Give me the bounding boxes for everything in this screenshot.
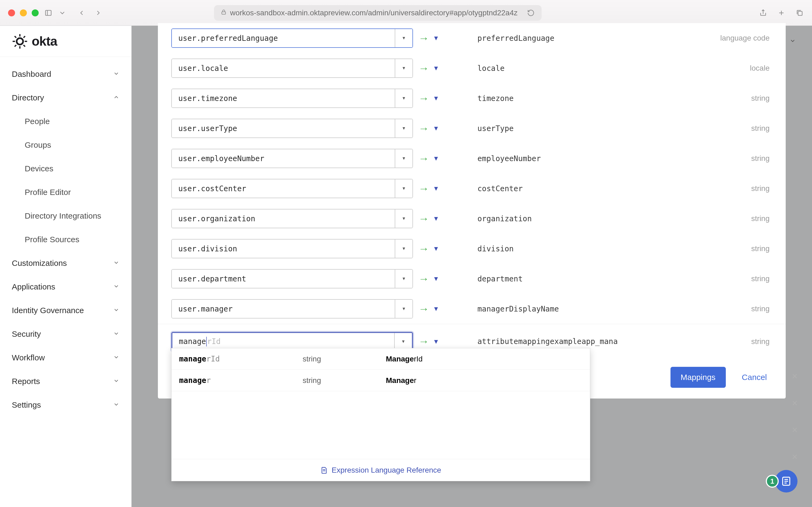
lock-icon <box>221 9 227 17</box>
map-arrow-dropdown[interactable]: ▼ <box>433 155 439 162</box>
remove-row-icon[interactable]: ✕ <box>791 453 799 461</box>
expression-dropdown-toggle[interactable]: ▼ <box>395 149 412 168</box>
autocomplete-item[interactable]: managerIdstringManagerId <box>172 348 590 370</box>
autocomplete-item[interactable]: managerstringManager <box>172 370 590 391</box>
sidebar-item-devices[interactable]: Devices <box>0 157 131 180</box>
sidebar-item-workflow[interactable]: Workflow <box>0 346 131 370</box>
nav-back-button[interactable] <box>77 9 86 17</box>
svg-point-7 <box>17 38 23 45</box>
nav-forward-button[interactable] <box>94 9 103 17</box>
share-icon[interactable] <box>759 9 767 17</box>
map-arrow-dropdown[interactable]: ▼ <box>433 64 439 72</box>
expression-input[interactable]: user.timezone▼ <box>171 89 413 108</box>
svg-line-13 <box>23 45 25 47</box>
expression-dropdown-toggle[interactable]: ▼ <box>395 239 412 258</box>
url-bar[interactable]: workos-sandbox-admin.oktapreview.com/adm… <box>214 5 541 21</box>
suggestion-key: managerId <box>179 354 303 363</box>
target-type: string <box>697 244 772 253</box>
expression-dropdown-toggle[interactable]: ▼ <box>395 89 412 107</box>
sidebar-item-groups[interactable]: Groups <box>0 133 131 157</box>
map-arrow-icon: → <box>418 62 429 74</box>
mapping-row: user.division▼→▼divisionstring <box>171 234 772 264</box>
expression-input[interactable]: user.division▼ <box>171 239 413 258</box>
text-cursor <box>206 337 207 346</box>
suggestion-type: string <box>303 355 386 363</box>
sidebar-item-identity-governance[interactable]: Identity Governance <box>0 299 131 322</box>
expression-input[interactable]: user.userType▼ <box>171 119 413 138</box>
mapping-row: user.userType▼→▼userTypestring <box>171 113 772 144</box>
map-arrow-dropdown[interactable]: ▼ <box>433 215 439 222</box>
expression-input[interactable]: user.locale▼ <box>171 59 413 78</box>
expression-dropdown-toggle[interactable]: ▼ <box>395 179 412 198</box>
expression-input[interactable]: user.department▼ <box>171 269 413 288</box>
typed-text: manage <box>179 337 206 346</box>
expression-input[interactable]: user.preferredLanguage▼ <box>171 29 413 48</box>
sidebar-item-applications[interactable]: Applications <box>0 275 131 299</box>
map-arrow-dropdown[interactable]: ▼ <box>433 35 439 42</box>
expression-dropdown-toggle[interactable]: ▼ <box>395 59 412 77</box>
sidebar-item-label: Groups <box>25 140 51 150</box>
remove-row-icon[interactable]: ✕ <box>791 372 799 380</box>
expression-input[interactable]: user.organization▼ <box>171 209 413 228</box>
map-arrow-dropdown[interactable]: ▼ <box>433 338 439 345</box>
target-type: string <box>697 274 772 283</box>
target-attribute: preferredLanguage <box>453 34 692 43</box>
expression-dropdown-toggle[interactable]: ▼ <box>395 300 412 318</box>
window-minimize-button[interactable] <box>20 9 27 16</box>
expression-dropdown-toggle[interactable]: ▼ <box>395 270 412 288</box>
reload-icon[interactable] <box>527 9 535 17</box>
map-arrow-icon: → <box>418 183 429 195</box>
expression-dropdown-toggle[interactable]: ▼ <box>395 29 412 47</box>
sidebar-item-security[interactable]: Security <box>0 322 131 346</box>
sidebar-item-directory[interactable]: Directory <box>0 86 131 110</box>
chevron-down-icon[interactable] <box>58 9 67 17</box>
sidebar-item-dashboard[interactable]: Dashboard <box>0 62 131 86</box>
sidebar-item-profile-sources[interactable]: Profile Sources <box>0 228 131 251</box>
map-arrow-dropdown[interactable]: ▼ <box>433 275 439 282</box>
map-arrow-dropdown[interactable]: ▼ <box>433 185 439 192</box>
sidebar-item-reports[interactable]: Reports <box>0 370 131 393</box>
tabs-icon[interactable] <box>795 9 804 17</box>
remove-row-icon[interactable]: ✕ <box>791 399 799 407</box>
sidebar-item-label: Directory Integrations <box>25 211 101 220</box>
expression-dropdown-toggle[interactable]: ▼ <box>395 119 412 137</box>
sidebar-item-settings[interactable]: Settings <box>0 393 131 417</box>
sidebar-item-customizations[interactable]: Customizations <box>0 251 131 275</box>
remove-row-icon[interactable]: ✕ <box>791 426 799 434</box>
svg-rect-0 <box>46 10 51 15</box>
expression-dropdown-toggle[interactable]: ▼ <box>395 210 412 228</box>
chevron-down-icon <box>113 330 119 339</box>
map-arrow-icon: → <box>418 32 429 44</box>
sidebar-item-label: Profile Sources <box>25 235 79 244</box>
map-arrow-dropdown[interactable]: ▼ <box>433 305 439 313</box>
url-text: workos-sandbox-admin.oktapreview.com/adm… <box>230 9 523 17</box>
sidebar-item-label: Security <box>12 330 41 339</box>
sidebar-item-people[interactable]: People <box>0 110 131 133</box>
map-arrow-dropdown[interactable]: ▼ <box>433 95 439 102</box>
sidebar-item-directory-integrations[interactable]: Directory Integrations <box>0 204 131 228</box>
expression-text: user.organization <box>172 210 395 228</box>
target-attribute: locale <box>453 64 692 73</box>
expression-reference-label: Expression Language Reference <box>332 466 441 474</box>
chevron-up-icon <box>113 93 119 102</box>
window-zoom-button[interactable] <box>32 9 39 16</box>
expression-input[interactable]: user.manager▼ <box>171 299 413 319</box>
logo-bar: okta <box>0 26 131 57</box>
map-arrow-icon: → <box>418 213 429 225</box>
main-content: os-sandbox user.preferredLanguage▼→▼pref… <box>131 26 812 507</box>
map-arrow-dropdown[interactable]: ▼ <box>433 125 439 132</box>
window-close-button[interactable] <box>8 9 15 16</box>
cancel-button[interactable]: Cancel <box>737 367 772 388</box>
save-mappings-button[interactable]: Mappings <box>671 367 726 388</box>
expression-dropdown-toggle[interactable]: ▼ <box>394 333 412 350</box>
expression-input[interactable]: user.employeeNumber▼ <box>171 149 413 168</box>
new-tab-icon[interactable] <box>777 9 786 17</box>
okta-logo[interactable]: okta <box>12 33 57 49</box>
sidebar-toggle-icon[interactable] <box>44 9 53 17</box>
expression-input[interactable]: user.costCenter▼ <box>171 179 413 198</box>
expression-text: user.userType <box>172 119 395 137</box>
map-arrow-dropdown[interactable]: ▼ <box>433 245 439 252</box>
sidebar-item-profile-editor[interactable]: Profile Editor <box>0 180 131 204</box>
target-type: string <box>697 304 772 313</box>
expression-reference-link[interactable]: Expression Language Reference <box>172 459 590 481</box>
